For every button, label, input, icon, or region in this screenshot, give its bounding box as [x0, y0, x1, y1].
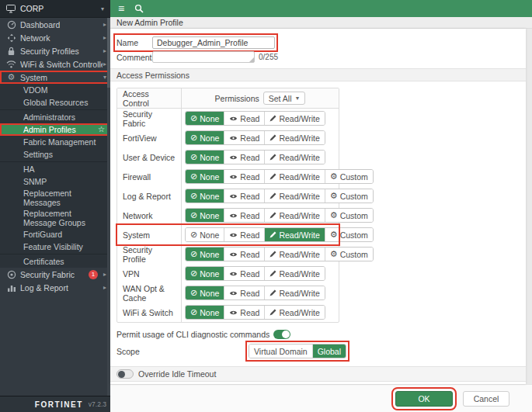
- sidebar-item-fabric-management[interactable]: Fabric Management: [0, 136, 110, 148]
- none-permission-button[interactable]: ⊘None: [186, 170, 224, 183]
- none-permission-button[interactable]: ⊘None: [186, 131, 224, 144]
- sidebar-item-replacement-messages[interactable]: Replacement Messages: [0, 188, 110, 208]
- star-icon[interactable]: ☆: [98, 125, 105, 134]
- sidebar-item-administrators[interactable]: Administrators: [0, 111, 110, 123]
- override-idle-timeout-toggle[interactable]: [116, 369, 134, 379]
- eye-icon: [229, 310, 238, 316]
- none-permission-button[interactable]: ⊘None: [186, 306, 224, 319]
- none-permission-button[interactable]: ⊘None: [186, 228, 224, 241]
- readwrite-permission-button[interactable]: Read/Write: [265, 306, 324, 319]
- readwrite-permission-button[interactable]: Read/Write: [265, 286, 324, 299]
- read-permission-button[interactable]: Read: [224, 131, 265, 144]
- override-idle-timeout-bar: Override Idle Timeout: [110, 366, 526, 382]
- sidebar-item-settings[interactable]: Settings: [0, 148, 110, 161]
- permission-option-label: Read/Write: [279, 192, 319, 201]
- set-all-button[interactable]: Set All ▼: [263, 92, 306, 105]
- none-permission-button[interactable]: ⊘None: [186, 112, 224, 125]
- pencil-icon: [269, 251, 276, 258]
- permissions-table-header: Access Control Permissions Set All ▼: [117, 88, 339, 109]
- name-input[interactable]: [152, 36, 275, 49]
- sidebar-item-admin-profiles[interactable]: Admin Profiles☆: [0, 123, 110, 136]
- read-permission-button[interactable]: Read: [224, 189, 265, 203]
- comments-input[interactable]: [152, 51, 255, 63]
- scope-option-virtual-domain[interactable]: Virtual Domain: [249, 344, 313, 358]
- none-permission-button[interactable]: ⊘None: [186, 189, 224, 203]
- read-permission-button[interactable]: Read: [224, 209, 265, 222]
- readwrite-permission-button[interactable]: Read/Write: [265, 267, 324, 280]
- custom-permission-button[interactable]: ⚙Custom: [325, 209, 373, 222]
- cli-diagnostic-label: Permit usage of CLI diagnostic commands: [116, 330, 269, 339]
- readwrite-permission-button[interactable]: Read/Write: [265, 112, 324, 125]
- readwrite-permission-button[interactable]: Read/Write: [265, 209, 325, 222]
- permission-row-options: ⊘NoneReadRead/Write⚙Custom: [182, 167, 374, 186]
- sidebar-item-log-report[interactable]: Log & Report▸: [0, 281, 110, 294]
- read-permission-button[interactable]: Read: [224, 306, 265, 319]
- sidebar-item-system[interactable]: ⚙System▾: [0, 71, 110, 84]
- readwrite-permission-button[interactable]: Read/Write: [265, 248, 325, 261]
- cancel-button[interactable]: Cancel: [463, 391, 509, 407]
- custom-permission-button[interactable]: ⚙Custom: [325, 228, 373, 241]
- permission-segmented-control: ⊘NoneReadRead/Write⚙Custom: [185, 227, 374, 242]
- permission-option-label: Read/Write: [279, 230, 319, 240]
- permission-option-label: Read: [240, 250, 259, 259]
- sidebar-item-vdom[interactable]: VDOM: [0, 84, 110, 96]
- permission-row-options: ⊘NoneReadRead/Write: [182, 147, 339, 167]
- sidebar-item-certificates[interactable]: Certificates: [0, 255, 110, 268]
- readwrite-permission-button[interactable]: Read/Write: [265, 151, 324, 164]
- scope-option-global[interactable]: Global: [313, 344, 346, 358]
- cli-diagnostic-toggle[interactable]: [273, 330, 290, 339]
- search-icon[interactable]: [134, 4, 144, 13]
- readwrite-permission-button[interactable]: Read/Write: [265, 131, 324, 144]
- vdom-selector[interactable]: CORP ▾: [0, 0, 110, 18]
- readwrite-permission-button[interactable]: Read/Write: [265, 170, 325, 183]
- ban-icon: ⊘: [190, 172, 197, 181]
- fortinet-logo: FORTINET: [35, 400, 83, 409]
- sidebar-item-dashboard[interactable]: Dashboard▸: [0, 18, 110, 31]
- permission-option-label: Read: [240, 153, 259, 162]
- menu-icon[interactable]: ≡: [118, 3, 124, 14]
- readwrite-permission-button[interactable]: Read/Write: [265, 189, 325, 203]
- none-permission-button[interactable]: ⊘None: [186, 286, 224, 299]
- permission-option-label: Custom: [340, 250, 368, 259]
- none-permission-button[interactable]: ⊘None: [186, 151, 224, 164]
- custom-permission-button[interactable]: ⚙Custom: [325, 189, 373, 203]
- readwrite-permission-button[interactable]: Read/Write: [265, 228, 325, 241]
- name-row-annotation: Name: [116, 36, 275, 49]
- none-permission-button[interactable]: ⊘None: [186, 248, 224, 261]
- sidebar-item-fortiguard[interactable]: FortiGuard: [0, 228, 110, 241]
- sidebar-item-ha[interactable]: HA: [0, 163, 110, 175]
- read-permission-button[interactable]: Read: [224, 170, 265, 183]
- ok-button[interactable]: OK: [395, 391, 453, 407]
- read-permission-button[interactable]: Read: [224, 248, 265, 261]
- resize-handle-icon[interactable]: [249, 57, 254, 62]
- permission-row-label: Security Profile: [117, 244, 182, 264]
- sidebar-item-label: System: [20, 73, 47, 82]
- pencil-icon: [269, 173, 276, 180]
- sidebar-item-wifi-switch-controller[interactable]: WiFi & Switch Controller▸: [0, 57, 110, 71]
- sidebar-subitem-label: Administrators: [23, 113, 75, 122]
- permission-option-label: Read/Write: [279, 250, 319, 259]
- custom-permission-button[interactable]: ⚙Custom: [325, 248, 373, 261]
- permission-row-label: Network: [117, 206, 182, 225]
- read-permission-button[interactable]: Read: [224, 112, 265, 125]
- read-permission-button[interactable]: Read: [224, 228, 265, 241]
- custom-permission-button[interactable]: ⚙Custom: [325, 170, 373, 183]
- sidebar-item-network[interactable]: Network▸: [0, 31, 110, 44]
- read-permission-button[interactable]: Read: [224, 286, 265, 299]
- sidebar: CORP ▾ Dashboard▸Network▸Security Profil…: [0, 0, 110, 412]
- eye-icon: [229, 174, 238, 180]
- permission-option-label: Read: [240, 308, 259, 317]
- sidebar-item-security-profiles[interactable]: Security Profiles▸: [0, 44, 110, 57]
- read-permission-button[interactable]: Read: [224, 151, 265, 164]
- none-permission-button[interactable]: ⊘None: [186, 209, 224, 222]
- sidebar-subitem-label: HA: [23, 164, 35, 174]
- chart-icon: [6, 283, 16, 293]
- sidebar-item-snmp[interactable]: SNMP: [0, 175, 110, 188]
- sidebar-item-feature-visibility[interactable]: Feature Visibility: [0, 241, 110, 253]
- sidebar-item-security-fabric[interactable]: Security Fabric1▸: [0, 268, 110, 281]
- read-permission-button[interactable]: Read: [224, 267, 265, 280]
- sidebar-item-replacement-message-groups[interactable]: Replacement Message Groups: [0, 208, 110, 228]
- sidebar-item-global-resources[interactable]: Global Resources: [0, 96, 110, 109]
- none-permission-button[interactable]: ⊘None: [186, 267, 224, 280]
- action-footer: OK Cancel: [110, 384, 532, 412]
